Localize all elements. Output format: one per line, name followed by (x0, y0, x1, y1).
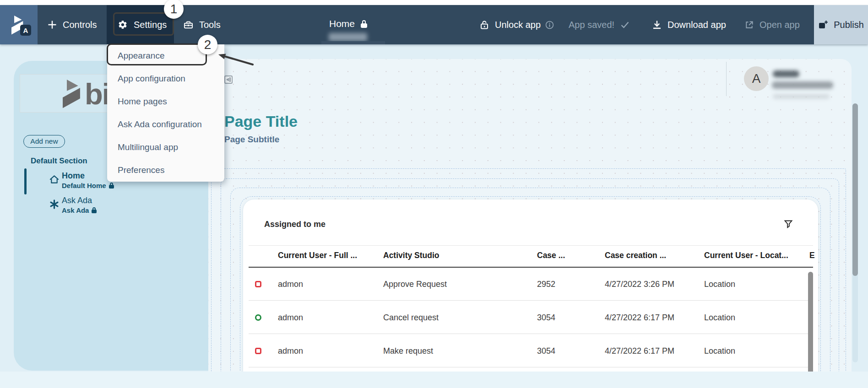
unlock-app-label: Unlock app (495, 20, 541, 30)
page-scrollbar-thumb[interactable] (852, 103, 858, 276)
collapse-sidebar-icon[interactable] (224, 75, 233, 84)
open-app-button[interactable]: Open app (744, 5, 800, 44)
brand-badge: A (20, 25, 31, 36)
user-panel-divider (726, 62, 727, 96)
check-icon (620, 20, 630, 30)
menu-item-preferences[interactable]: Preferences (107, 159, 224, 182)
external-link-icon (744, 20, 754, 30)
cell-case: 3054 (537, 346, 555, 356)
cell-activity: Approve Request (383, 280, 447, 289)
cell-user: admon (278, 313, 303, 323)
annotation-box-step2 (107, 43, 207, 65)
sidebar-item-ask-ada[interactable]: Ask Ada Ask Ada (49, 196, 97, 214)
publish-icon (818, 20, 828, 30)
col-header-location[interactable]: Current User - Locat... (704, 251, 788, 260)
design-canvas: A Page Title Page Subtitle Assigned to m… (208, 59, 852, 372)
col-header-truncated[interactable]: E (809, 251, 815, 260)
col-header-created[interactable]: Case creation ... (605, 251, 666, 260)
sidebar-item-title: Home (62, 171, 114, 181)
row-separator (249, 367, 809, 367)
current-page-tab-indicator (321, 41, 385, 44)
nav-current-page[interactable]: Home (329, 18, 367, 29)
cell-case: 3054 (537, 313, 555, 323)
cell-location: Location (704, 313, 735, 323)
nav-controls-button[interactable]: Controls (48, 5, 97, 44)
add-new-label: Add new (30, 137, 58, 146)
page-subtitle: Page Subtitle (224, 135, 279, 145)
unlock-app-button[interactable]: Unlock app (479, 5, 554, 44)
app-logo-icon (63, 80, 81, 108)
download-icon (652, 20, 662, 30)
sidebar-item-subtitle: Default Home (62, 182, 114, 189)
menu-item-app-configuration[interactable]: App configuration (107, 67, 224, 90)
page-title: Page Title (224, 113, 298, 130)
cell-location: Location (704, 346, 735, 356)
cell-activity: Make request (383, 346, 433, 356)
app-window: A Controls Settings Tools Home (0, 0, 868, 388)
assigned-to-me-widget: Assigned to me Current User - Full ... A… (243, 199, 818, 372)
col-header-activity[interactable]: Activity Studio (383, 251, 439, 260)
download-app-label: Download app (667, 20, 726, 30)
lock-open-icon (479, 20, 489, 30)
sidebar-item-subtitle: Ask Ada (62, 206, 97, 214)
info-icon[interactable] (545, 21, 554, 29)
avatar-letter: A (752, 71, 761, 86)
app-saved-label: App saved! (569, 20, 614, 30)
table-header-underline (249, 267, 813, 268)
menu-item-home-pages[interactable]: Home pages (107, 90, 224, 113)
status-green-icon (255, 314, 261, 321)
cell-created: 4/27/2022 3:26 PM (605, 280, 674, 289)
home-icon (49, 175, 59, 184)
section-label: Default Section (31, 156, 87, 166)
avatar[interactable]: A (744, 66, 769, 91)
cell-created: 4/27/2022 6:17 PM (605, 346, 674, 356)
annotation-step2-badge: 2 (198, 35, 217, 54)
col-header-user[interactable]: Current User - Full ... (278, 251, 357, 260)
annotation-step2-number: 2 (204, 38, 212, 52)
app-name-redacted (329, 33, 367, 41)
nav-controls-label: Controls (63, 20, 97, 30)
cell-created: 4/27/2022 6:17 PM (605, 313, 674, 323)
nav-current-page-label: Home (329, 18, 355, 29)
asterisk-icon (49, 199, 59, 209)
annotation-box-step1 (113, 12, 174, 36)
download-app-button[interactable]: Download app (652, 5, 726, 44)
menu-item-multilingual-app[interactable]: Multilingual app (107, 136, 224, 159)
sidebar-item-subtitle-text: Ask Ada (62, 206, 89, 214)
app-logo-text: bi (85, 79, 109, 109)
sidebar-item-title: Ask Ada (62, 196, 97, 205)
annotation-step1-number: 1 (170, 2, 178, 16)
active-page-indicator (24, 168, 27, 194)
sidebar-item-subtitle-text: Default Home (62, 182, 106, 189)
toolbox-icon (184, 20, 193, 30)
row-separator (249, 334, 809, 334)
lock-icon (109, 183, 114, 189)
status-red-icon (255, 281, 261, 287)
filter-icon[interactable] (784, 220, 793, 229)
row-separator (249, 300, 809, 301)
col-header-case[interactable]: Case ... (537, 251, 565, 260)
sidebar-item-home[interactable]: Home Default Home (49, 171, 114, 189)
cell-user: admon (278, 346, 303, 356)
page-lock-icon (361, 20, 367, 28)
table-header-topline (249, 245, 813, 246)
add-new-button[interactable]: Add new (23, 135, 65, 148)
annotation-step1-badge: 1 (164, 0, 184, 19)
cell-activity: Cancel request (383, 313, 439, 323)
brand-tile[interactable]: A (0, 5, 38, 44)
app-saved-status: App saved! (569, 5, 630, 44)
publish-label: Publish (834, 20, 864, 30)
table-scrollbar-thumb[interactable] (808, 272, 813, 372)
cell-location: Location (704, 280, 735, 289)
open-app-label: Open app (760, 20, 800, 30)
publish-button[interactable]: Publish (814, 5, 868, 44)
user-name-redacted (773, 70, 799, 77)
nav-tools-label: Tools (199, 20, 221, 30)
plus-icon (48, 20, 57, 29)
cell-user: admon (278, 280, 303, 289)
user-meta-redacted (773, 94, 830, 99)
annotation-arrow (214, 48, 258, 69)
menu-item-ask-ada-configuration[interactable]: Ask Ada configuration (107, 113, 224, 136)
widget-title: Assigned to me (264, 220, 326, 229)
user-email-redacted (772, 81, 833, 89)
